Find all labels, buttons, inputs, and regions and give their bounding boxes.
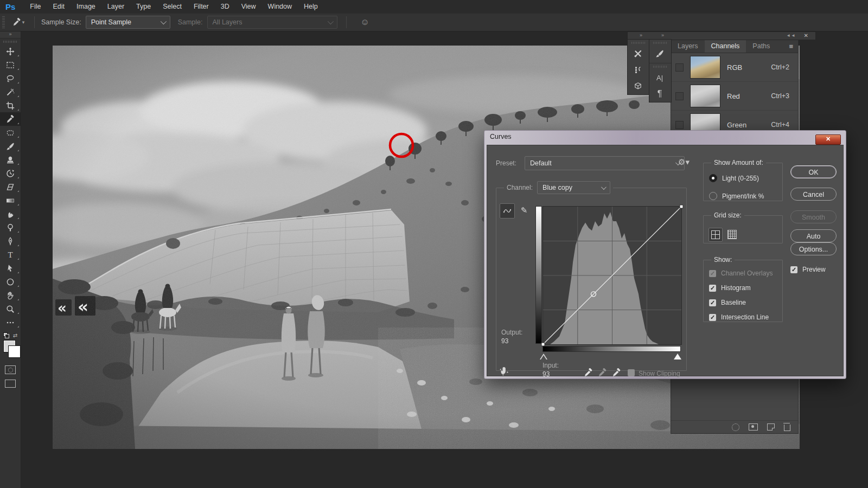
path-selection-tool[interactable] [0,261,21,275]
dock2-expand-button[interactable]: » [661,32,665,39]
channel-dropdown[interactable]: Blue copy [537,181,610,194]
create-new-channel-icon[interactable] [767,423,775,431]
eyedropper-tool[interactable] [0,112,21,126]
checkbox-channel-overlays[interactable] [709,270,716,277]
save-selection-as-channel-icon[interactable] [749,423,758,431]
channel-visibility-box[interactable] [675,121,684,129]
targeted-adjustment-icon[interactable] [499,365,509,376]
show-amount-group: Show Amount of: Light (0-255) Pigment/In… [703,159,783,201]
hand-tool[interactable] [0,288,21,302]
crop-tool[interactable] [0,99,21,112]
rectangular-marquee-tool[interactable] [0,58,21,72]
actions-panel-icon[interactable] [628,62,648,78]
channel-visibility-box[interactable] [675,92,684,100]
curve-grid[interactable] [542,206,682,345]
channel-visibility-box[interactable] [675,63,684,72]
black-point-slider[interactable] [540,354,547,359]
tool-presets-panel-icon[interactable] [628,46,648,62]
curves-dialog: Curves ✕ Preset: Default ⚙▾ Channel: Blu… [484,130,846,379]
menu-layer[interactable]: Layer [101,0,130,14]
white-point-eyedropper-icon[interactable] [612,368,621,377]
collapse-panels-button[interactable]: ◄◄ [786,32,796,39]
character-panel-icon[interactable]: A| [649,69,670,86]
checkbox-histogram[interactable] [709,285,716,292]
gradient-tool[interactable] [0,194,21,207]
white-point-slider[interactable] [674,354,681,359]
history-brush-tool[interactable] [0,166,21,180]
toolbar-grip[interactable] [3,41,17,43]
dock1-expand-button[interactable]: » [640,32,643,39]
channel-row[interactable]: Red Ctrl+3 [671,82,798,111]
draw-curve-pencil-button[interactable]: ✎ [517,203,531,217]
paragraph-panel-icon[interactable]: ¶ [649,86,670,102]
preset-dropdown[interactable]: Default [525,156,685,170]
tab-paths[interactable]: Paths [746,40,776,53]
channel-row[interactable]: RGB Ctrl+2 [671,53,798,82]
type-tool[interactable] [0,248,21,261]
smudge-tool[interactable] [0,207,21,221]
close-panel-button[interactable]: ✕ [804,32,809,39]
eraser-tool[interactable] [0,180,21,194]
dialog-title[interactable]: Curves [490,133,512,140]
auto-button[interactable]: Auto [790,229,837,242]
menu-image[interactable]: Image [71,0,101,14]
edit-points-mode-button[interactable] [500,203,515,219]
cancel-button[interactable]: Cancel [790,188,837,201]
zoom-tool[interactable] [0,302,21,316]
checkbox-intersection-line[interactable] [709,314,716,321]
menu-window[interactable]: Window [262,0,298,14]
pen-tool[interactable] [0,234,21,248]
menu-filter[interactable]: Filter [188,0,215,14]
screen-mode-button[interactable] [5,380,16,388]
panel-tabs: LayersChannelsPaths ≡ [671,40,798,53]
tab-channels[interactable]: Channels [705,40,746,53]
move-tool[interactable] [0,44,21,58]
more-tools[interactable] [0,316,21,329]
gray-point-eyedropper-icon[interactable] [598,368,607,377]
sampling-ring-icon[interactable]: ☺ [361,17,369,27]
smooth-button[interactable]: Smooth [790,210,837,223]
dodge-tool[interactable] [0,221,21,234]
menu-3d[interactable]: 3D [215,0,235,14]
brush-tool[interactable] [0,139,21,153]
menu-type[interactable]: Type [130,0,157,14]
tab-layers[interactable]: Layers [671,40,705,53]
lasso-tool[interactable] [0,72,21,85]
sample-size-dropdown[interactable]: Point Sample [86,16,170,29]
curve-editor-group: Channel: Blue copy ✎ [496,181,687,371]
radio-light[interactable] [709,174,717,182]
default-colors-icon[interactable] [3,332,9,338]
simple-grid-button[interactable] [709,228,723,242]
quick-mask-button[interactable] [5,365,16,374]
menu-file[interactable]: File [24,0,47,14]
preset-options-gear-icon[interactable]: ⚙▾ [678,157,690,167]
3d-panel-icon[interactable] [628,78,648,94]
menu-items: FileEditImageLayerTypeSelectFilter3DView… [24,0,323,14]
ellipse-tool[interactable] [0,275,21,288]
radio-pigment-ink[interactable] [709,192,717,200]
menu-edit[interactable]: Edit [47,0,71,14]
delete-channel-icon[interactable] [784,425,790,431]
histogram [550,212,659,344]
load-channel-as-selection-icon[interactable] [732,423,739,431]
options-button[interactable]: Options... [790,242,837,255]
checkbox-baseline[interactable] [709,299,716,306]
background-color-swatch[interactable] [9,346,20,357]
active-tool-button[interactable]: ▾ [9,15,28,29]
menu-help[interactable]: Help [298,0,324,14]
menu-view[interactable]: View [235,0,262,14]
icon-dock-1 [627,39,650,95]
clone-stamp-tool[interactable] [0,153,21,166]
checkbox-preview[interactable] [790,266,797,273]
magic-wand-tool[interactable] [0,85,21,99]
swap-colors-icon[interactable]: ⇄ [13,332,17,338]
ok-button[interactable]: OK [790,165,837,178]
detailed-grid-button[interactable] [727,229,737,239]
panel-menu-icon[interactable]: ≡ [789,42,793,50]
toolbar-expand-button[interactable]: » [0,31,21,38]
healing-brush-tool[interactable] [0,126,21,139]
black-point-eyedropper-icon[interactable] [584,368,593,377]
menu-select[interactable]: Select [157,0,188,14]
brush-settings-panel-icon[interactable] [649,46,670,62]
dialog-close-button[interactable]: ✕ [815,134,841,145]
